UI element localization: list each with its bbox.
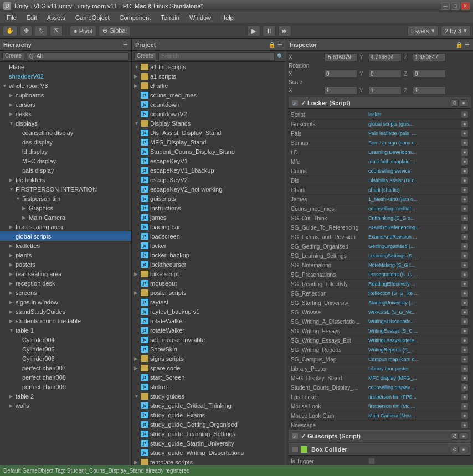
tree-item-firstperson-tim[interactable]: ▼firstperson tim bbox=[0, 194, 131, 203]
guiscripts-dot[interactable]: ● bbox=[460, 432, 467, 440]
project-lock-btn[interactable]: 🔒 bbox=[269, 42, 275, 48]
tree-item-cyl006[interactable]: Cylinder006 bbox=[0, 354, 131, 363]
tree-item-chair007[interactable]: perfect chair007 bbox=[0, 363, 131, 372]
field-dot-btn[interactable]: ● bbox=[461, 421, 469, 429]
tree-item-mfc-display[interactable]: MFC display bbox=[0, 156, 131, 165]
tree-item-counselling-display[interactable]: counselling display bbox=[0, 128, 131, 137]
field-dot-btn[interactable]: ● bbox=[461, 308, 469, 316]
tree-item-firstperson-interation[interactable]: ▼FIRSTPERSON INTERATION bbox=[0, 184, 131, 194]
tree-item-shredder[interactable]: shredderV02 bbox=[0, 71, 131, 81]
menu-assets[interactable]: Assets bbox=[43, 13, 70, 22]
project-js-sg-learning[interactable]: js study_guide_Learning_Settings bbox=[132, 429, 286, 438]
tree-item-cupboards[interactable]: ▶cupboards bbox=[0, 90, 131, 100]
field-dot-btn[interactable]: ● bbox=[461, 261, 469, 269]
project-folder-display-stands[interactable]: ▼ Display Stands bbox=[132, 118, 286, 128]
field-dot-btn[interactable]: ● bbox=[461, 130, 469, 137]
tree-item-pals-display[interactable]: pals display bbox=[0, 165, 131, 175]
tree-item-students-table[interactable]: ▶students round the table bbox=[0, 316, 131, 325]
position-x[interactable] bbox=[324, 53, 357, 61]
field-dot-btn[interactable]: ● bbox=[461, 195, 469, 203]
menu-help[interactable]: Help bbox=[217, 13, 238, 22]
global-button[interactable]: ⊕ Global bbox=[99, 25, 131, 37]
guiscripts-toggle[interactable] bbox=[292, 433, 299, 439]
rotation-y[interactable] bbox=[368, 70, 402, 78]
box-collider-toggle[interactable] bbox=[292, 446, 299, 453]
tree-item-plants[interactable]: ▶plants bbox=[0, 250, 131, 260]
menu-window[interactable]: Window bbox=[185, 13, 215, 22]
project-folder-charlie[interactable]: ▶ charlie bbox=[132, 81, 286, 90]
field-dot-btn[interactable]: ● bbox=[461, 289, 469, 297]
inspector-lock-btn[interactable]: 🔒 bbox=[456, 42, 462, 48]
project-search[interactable] bbox=[158, 52, 275, 61]
project-js-start-screen[interactable]: js start_Screen bbox=[132, 372, 286, 382]
tree-item-file-holders[interactable]: ▶file holders bbox=[0, 175, 131, 184]
field-dot-btn[interactable]: ● bbox=[461, 393, 469, 401]
menu-terrain[interactable]: Terrain bbox=[156, 13, 184, 22]
tree-item-desks[interactable]: ▶desks bbox=[0, 109, 131, 118]
field-dot-btn[interactable]: ● bbox=[461, 242, 469, 250]
project-js-locker-backup[interactable]: js locker_backup bbox=[132, 250, 286, 260]
tree-item-leaflettes[interactable]: ▶leaflettes bbox=[0, 241, 131, 250]
scale-z[interactable] bbox=[413, 86, 446, 95]
project-js-escape1backup[interactable]: js escapeKeyV1_1backup bbox=[132, 165, 286, 175]
project-js-mfg-display[interactable]: js MFG_Display_Stand bbox=[132, 137, 286, 147]
project-folder-study-guides[interactable]: ▼ study guides bbox=[132, 391, 286, 401]
tree-item-cyl005[interactable]: Cylinder005 bbox=[0, 344, 131, 354]
project-js-sg-critical[interactable]: js study_guide_Critical_Thinking bbox=[132, 401, 286, 410]
project-js-loadscreen[interactable]: js loadscreen bbox=[132, 231, 286, 241]
box-collider-settings[interactable]: ⚙ bbox=[451, 446, 459, 453]
field-dot-btn[interactable]: ● bbox=[461, 120, 469, 128]
field-dot-btn[interactable]: ● bbox=[461, 271, 469, 278]
hand-tool[interactable]: ✋ bbox=[2, 25, 18, 37]
tree-item-displays[interactable]: ▼displays bbox=[0, 118, 131, 128]
menu-component[interactable]: Component bbox=[115, 13, 155, 22]
tree-item-posters[interactable]: ▶posters bbox=[0, 260, 131, 269]
tree-item-stand-study[interactable]: ▶standStudyGuides bbox=[0, 307, 131, 316]
tree-item-plane[interactable]: Plane bbox=[0, 62, 131, 71]
field-dot-btn[interactable]: ● bbox=[461, 412, 469, 420]
field-dot-btn[interactable]: ● bbox=[461, 205, 469, 213]
menu-file[interactable]: File bbox=[2, 13, 21, 22]
tree-item-chair008[interactable]: perfect chair008 bbox=[0, 372, 131, 382]
project-js-sg-exams[interactable]: js study_guide_Exams bbox=[132, 410, 286, 420]
pivot-button[interactable]: ● Pivot bbox=[70, 25, 96, 37]
menu-edit[interactable]: Edit bbox=[22, 13, 42, 22]
project-js-sg-getting[interactable]: js study_guide_Getting_Organised bbox=[132, 420, 286, 429]
hierarchy-menu-btn[interactable]: ☰ bbox=[123, 42, 128, 48]
field-dot-btn[interactable]: ● bbox=[461, 111, 469, 118]
field-dot-btn[interactable]: ● bbox=[461, 374, 469, 382]
field-dot-btn[interactable]: ● bbox=[461, 365, 469, 372]
project-js-james[interactable]: js james bbox=[132, 213, 286, 222]
project-js-stetrert[interactable]: js stetrert bbox=[132, 382, 286, 391]
project-js-raytest-backup[interactable]: js raytest_backup v1 bbox=[132, 307, 286, 316]
project-folder-poster[interactable]: ▶ poster scripts bbox=[132, 288, 286, 297]
project-js-rotatewalker2[interactable]: js rotateWalker bbox=[132, 325, 286, 335]
project-js-rotatewalker1[interactable]: js rotateWalker bbox=[132, 316, 286, 325]
field-dot-btn[interactable]: ● bbox=[461, 233, 469, 241]
project-folder-luike[interactable]: ▶ luike script bbox=[132, 269, 286, 278]
field-dot-btn[interactable]: ● bbox=[461, 252, 469, 260]
menu-gameobject[interactable]: GameObject bbox=[71, 13, 114, 22]
project-js-instructions[interactable]: js instructions bbox=[132, 203, 286, 213]
project-js-escape2[interactable]: js escapeKeyV2 bbox=[132, 175, 286, 184]
project-js-countdownv2[interactable]: js countdownV2 bbox=[132, 109, 286, 118]
locker-script-settings[interactable]: ⚙ bbox=[451, 99, 459, 107]
tree-item-table2[interactable]: ▶table 2 bbox=[0, 391, 131, 401]
tree-item-whole-room[interactable]: ▼whole roon V3 bbox=[0, 81, 131, 90]
tree-item-walls[interactable]: ▶walls bbox=[0, 401, 131, 410]
tree-item-graphics[interactable]: ▶Graphics bbox=[0, 203, 131, 213]
scale-tool[interactable]: ⇱ bbox=[50, 25, 63, 37]
project-js-raytest[interactable]: js raytest bbox=[132, 297, 286, 307]
field-dot-btn[interactable]: ● bbox=[461, 158, 469, 165]
field-dot-btn[interactable]: ● bbox=[461, 224, 469, 231]
project-folder-template[interactable]: ▶ template scripts bbox=[132, 457, 286, 465]
project-js-escape1[interactable]: js escapeKeyV1 bbox=[132, 156, 286, 165]
field-dot-btn[interactable]: ● bbox=[461, 299, 469, 307]
project-folder-a1scripts[interactable]: ▶ a1 scripts bbox=[132, 71, 286, 81]
minimize-button[interactable]: ─ bbox=[441, 2, 450, 10]
layers-dropdown[interactable]: Layers ▾ bbox=[407, 25, 439, 37]
field-dot-btn[interactable]: ● bbox=[461, 214, 469, 222]
play-button[interactable]: ▶ bbox=[247, 25, 260, 37]
field-dot-btn[interactable]: ● bbox=[461, 148, 469, 156]
rotation-x[interactable] bbox=[324, 70, 357, 78]
